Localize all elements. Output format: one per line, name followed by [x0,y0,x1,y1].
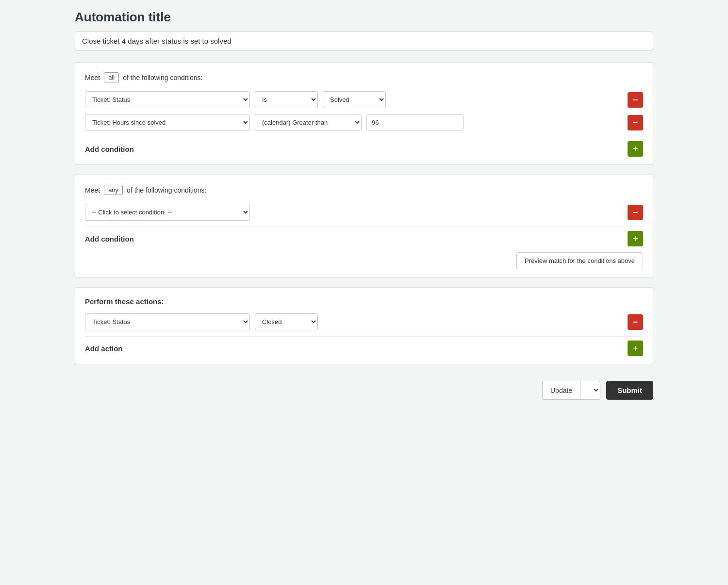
any-add-condition-label: Add condition [85,235,134,243]
automation-title-input[interactable] [75,32,653,50]
all-meet-row: Meet all of the following conditions: [85,72,643,82]
all-remove-condition-1-button[interactable]: − [628,92,643,108]
all-condition-field-2[interactable]: Ticket: Hours since solved [85,114,250,131]
actions-block: Perform these actions: Ticket: Status Cl… [75,287,653,364]
all-meet-prefix: Meet [85,74,100,81]
plus-icon: + [632,343,638,353]
any-condition-row-1: -- Click to select condition. -- − [85,204,643,221]
all-add-condition-row: Add condition + [85,137,643,157]
any-add-condition-row: Add condition + [85,227,643,246]
submit-button[interactable]: Submit [606,381,653,400]
action-row-1: Ticket: Status Closed − [85,313,643,330]
all-add-condition-label: Add condition [85,145,134,153]
footer-row: Update Submit [75,376,653,405]
add-action-label: Add action [85,344,123,353]
plus-icon: + [632,144,638,154]
automation-title-section: Automation title [75,10,653,62]
any-meet-prefix: Meet [85,186,100,194]
any-add-condition-button[interactable]: + [628,231,643,246]
action-value-1[interactable]: Closed [255,313,318,330]
all-remove-condition-2-button[interactable]: − [628,115,643,130]
minus-icon: − [633,96,638,104]
any-condition-field-1[interactable]: -- Click to select condition. -- [85,204,250,221]
preview-row: Preview match for the conditions above [85,246,643,269]
all-conditions-block: Meet all of the following conditions: Ti… [75,62,653,165]
preview-match-button[interactable]: Preview match for the conditions above [516,252,643,269]
action-remove-1-button[interactable]: − [628,314,643,330]
all-condition-operator-2[interactable]: (calendar) Greater than [255,114,362,131]
all-meet-badge: all [104,72,119,82]
update-group: Update [542,381,600,400]
all-condition-row-1: Ticket: Status Is Solved − [85,91,643,108]
plus-icon: + [632,234,638,244]
minus-icon: − [633,208,638,217]
actions-title: Perform these actions: [85,297,643,306]
all-condition-value-1[interactable]: Solved [323,91,386,108]
all-meet-suffix: of the following conditions: [123,74,202,81]
any-meet-suffix: of the following conditions: [127,186,206,194]
minus-icon: − [633,118,638,127]
update-button[interactable]: Update [542,381,580,400]
add-action-row: Add action + [85,336,643,356]
any-meet-badge: any [104,185,123,195]
all-condition-field-1[interactable]: Ticket: Status [85,91,250,108]
action-field-1[interactable]: Ticket: Status [85,313,250,330]
minus-icon: − [633,318,638,326]
any-remove-condition-1-button[interactable]: − [628,205,643,220]
all-condition-value-input-2[interactable] [366,114,463,130]
all-add-condition-button[interactable]: + [628,141,643,157]
all-condition-row-2: Ticket: Hours since solved (calendar) Gr… [85,114,643,131]
all-condition-operator-1[interactable]: Is [255,91,318,108]
add-action-button[interactable]: + [628,341,643,356]
page-title: Automation title [75,10,653,25]
update-dropdown[interactable] [580,381,600,400]
any-meet-row: Meet any of the following conditions: [85,185,643,195]
any-conditions-block: Meet any of the following conditions: --… [75,175,653,277]
